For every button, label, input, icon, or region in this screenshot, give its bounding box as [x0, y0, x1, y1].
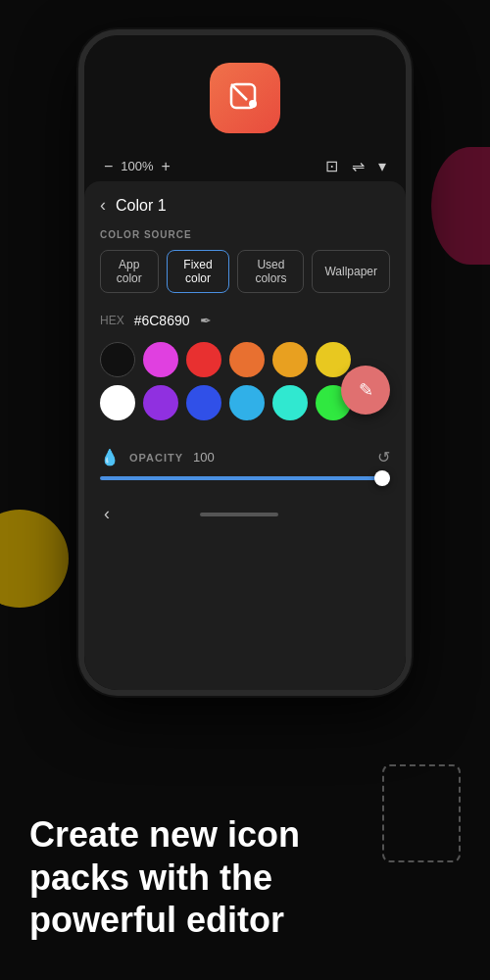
color-source-label: COLOR SOURCE [84, 225, 406, 250]
opacity-drop-icon: 💧 [100, 448, 120, 466]
fixed-color-button[interactable]: Fixed color [167, 250, 230, 293]
used-colors-button[interactable]: Used colors [237, 250, 304, 293]
swatch-purple[interactable] [143, 385, 178, 420]
bottom-nav: ‹ [84, 496, 406, 534]
hex-row: HEX #6C8690 ✒ [84, 307, 406, 342]
swatch-white[interactable] [100, 385, 135, 420]
swatches-area: ✎ [84, 342, 406, 438]
swatch-blue[interactable] [186, 385, 221, 420]
slider-thumb[interactable] [374, 470, 390, 486]
swatch-yellow[interactable] [316, 342, 351, 377]
wallpaper-button[interactable]: Wallpaper [312, 250, 390, 293]
opacity-row: 💧 OPACITY 100 ↺ [84, 438, 406, 472]
nav-home-bar [200, 513, 278, 516]
color-source-row: App color Fixed color Used colors Wallpa… [84, 250, 406, 307]
swatch-amber[interactable] [272, 342, 308, 377]
nav-back-icon[interactable]: ‹ [104, 504, 110, 524]
slider-track[interactable] [100, 476, 390, 480]
eyedropper-icon[interactable]: ✒ [200, 313, 212, 328]
bg-yellow-shape [0, 510, 69, 608]
swatch-orange[interactable] [229, 342, 265, 377]
phone-frame: − 100% + ⊡ ⇌ ▾ ‹ Color 1 COLOR SOURCE Ap… [78, 29, 412, 696]
swatch-light-blue[interactable] [229, 385, 265, 420]
dropdown-icon[interactable]: ▾ [378, 157, 386, 175]
zoom-minus-button[interactable]: − [104, 158, 113, 175]
slider-row [84, 472, 406, 496]
hex-label: HEX [100, 314, 124, 327]
opacity-label: OPACITY [129, 452, 183, 464]
edit-fab[interactable]: ✎ [341, 366, 390, 415]
svg-point-1 [249, 100, 257, 108]
hero-text: Create new icon packs with the powerful … [29, 813, 461, 941]
swatch-black[interactable] [100, 342, 135, 377]
panel-title: Color 1 [116, 197, 167, 215]
panel-back-button[interactable]: ‹ [100, 195, 106, 216]
app-icon-svg [225, 78, 265, 118]
reset-icon[interactable]: ↺ [377, 448, 390, 466]
bg-maroon-shape [431, 147, 490, 265]
opacity-value: 100 [193, 450, 215, 465]
shuffle-icon[interactable]: ⇌ [352, 157, 365, 175]
bottom-text-area: Create new icon packs with the powerful … [0, 784, 490, 980]
panel-header: ‹ Color 1 [84, 181, 406, 225]
swatches-row-1 [100, 342, 390, 377]
app-icon[interactable] [210, 63, 280, 133]
swatch-red[interactable] [186, 342, 221, 377]
zoom-plus-button[interactable]: + [162, 158, 171, 175]
svg-line-2 [231, 84, 247, 100]
toolbar-row: − 100% + ⊡ ⇌ ▾ [84, 151, 406, 181]
app-color-button[interactable]: App color [100, 250, 159, 293]
swatch-magenta[interactable] [143, 342, 178, 377]
scan-icon[interactable]: ⊡ [325, 157, 338, 175]
app-icon-area [84, 35, 406, 151]
hex-value: #6C8690 [134, 313, 190, 328]
zoom-level-text: 100% [121, 159, 153, 173]
panel: ‹ Color 1 COLOR SOURCE App color Fixed c… [84, 181, 406, 690]
swatch-cyan[interactable] [272, 385, 308, 420]
edit-fab-icon: ✎ [359, 379, 373, 401]
